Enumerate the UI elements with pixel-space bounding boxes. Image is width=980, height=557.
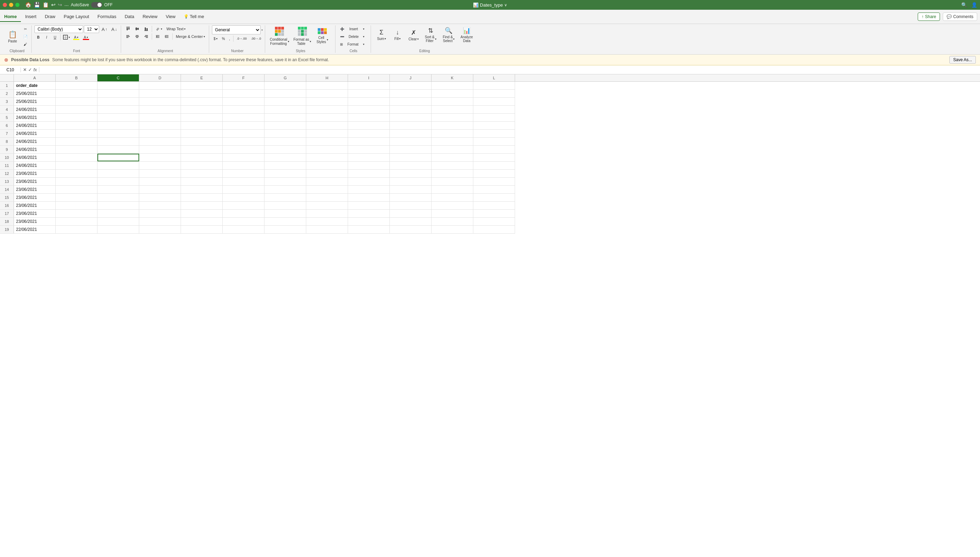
increase-font-button[interactable]: A↑ <box>100 26 109 33</box>
find-select-button[interactable]: 🔍 Find &Select ▾ <box>440 25 457 44</box>
cell-H8[interactable] <box>306 138 348 145</box>
cell-J12[interactable] <box>390 170 431 178</box>
traffic-lights[interactable] <box>3 3 20 7</box>
cell-K18[interactable] <box>431 218 473 225</box>
cell-E10[interactable] <box>181 154 223 161</box>
bold-button[interactable]: B <box>34 34 42 41</box>
fill-color-button[interactable]: A ▾ <box>72 34 81 41</box>
cell-L14[interactable] <box>473 186 515 193</box>
cell-K10[interactable] <box>431 154 473 161</box>
paste-button[interactable]: 📋 Paste <box>5 26 20 47</box>
cell-H16[interactable] <box>306 202 348 209</box>
cell-K1[interactable] <box>431 82 473 90</box>
cell-K11[interactable] <box>431 162 473 169</box>
cell-L15[interactable] <box>473 194 515 201</box>
cell-A14[interactable]: 23/06/2021 <box>14 186 56 193</box>
format-button[interactable]: ⊞ Format ▾ <box>338 41 366 48</box>
cell-B18[interactable] <box>56 218 98 225</box>
cell-F10[interactable] <box>223 154 265 161</box>
align-middle-button[interactable] <box>133 25 141 33</box>
cell-L8[interactable] <box>473 138 515 145</box>
cell-I2[interactable] <box>348 90 390 97</box>
delete-button[interactable]: ➖ Delete ▾ <box>338 33 366 40</box>
row-number-5[interactable]: 5 <box>0 114 14 121</box>
cell-K4[interactable] <box>431 106 473 113</box>
cell-D3[interactable] <box>139 98 181 105</box>
cell-E6[interactable] <box>181 122 223 129</box>
cell-A19[interactable]: 22/06/2021 <box>14 226 56 233</box>
cell-F17[interactable] <box>223 210 265 217</box>
cell-F4[interactable] <box>223 106 265 113</box>
row-number-7[interactable]: 7 <box>0 130 14 137</box>
cell-K19[interactable] <box>431 226 473 233</box>
cell-E1[interactable] <box>181 82 223 90</box>
cell-K6[interactable] <box>431 122 473 129</box>
cell-D8[interactable] <box>139 138 181 145</box>
col-header-e[interactable]: E <box>181 74 223 81</box>
cell-I3[interactable] <box>348 98 390 105</box>
cell-F13[interactable] <box>223 178 265 185</box>
number-format-select[interactable]: General <box>212 25 261 34</box>
row-number-2[interactable]: 2 <box>0 90 14 97</box>
cell-G8[interactable] <box>265 138 306 145</box>
cell-J10[interactable] <box>390 154 431 161</box>
cell-F8[interactable] <box>223 138 265 145</box>
conditional-formatting-button[interactable]: ConditionalFormatting ▾ <box>268 27 291 46</box>
font-size-select[interactable]: 12 <box>84 25 99 33</box>
cell-J2[interactable] <box>390 90 431 97</box>
cell-D14[interactable] <box>139 186 181 193</box>
cell-H19[interactable] <box>306 226 348 233</box>
cell-D19[interactable] <box>139 226 181 233</box>
cell-C13[interactable] <box>98 178 139 185</box>
row-number-10[interactable]: 10 <box>0 154 14 161</box>
cell-G9[interactable] <box>265 146 306 153</box>
row-number-11[interactable]: 11 <box>0 162 14 169</box>
comments-button[interactable]: 💬 Comments <box>943 13 977 21</box>
decrease-indent-button[interactable] <box>154 33 162 40</box>
cell-C4[interactable] <box>98 106 139 113</box>
cell-L5[interactable] <box>473 114 515 121</box>
cell-E17[interactable] <box>181 210 223 217</box>
row-number-6[interactable]: 6 <box>0 122 14 129</box>
col-header-b[interactable]: B <box>56 74 98 81</box>
cell-H5[interactable] <box>306 114 348 121</box>
col-header-c[interactable]: C <box>98 74 139 81</box>
autosave-toggle[interactable] <box>91 2 102 8</box>
cell-H12[interactable] <box>306 170 348 178</box>
cell-K2[interactable] <box>431 90 473 97</box>
cell-F5[interactable] <box>223 114 265 121</box>
align-top-button[interactable] <box>124 25 132 33</box>
cell-F9[interactable] <box>223 146 265 153</box>
cell-G1[interactable] <box>265 82 306 90</box>
close-button[interactable] <box>3 3 7 7</box>
cell-A16[interactable]: 23/06/2021 <box>14 202 56 209</box>
cell-H7[interactable] <box>306 130 348 137</box>
cell-K16[interactable] <box>431 202 473 209</box>
cell-K9[interactable] <box>431 146 473 153</box>
cell-C12[interactable] <box>98 170 139 178</box>
italic-button[interactable]: I <box>43 34 51 41</box>
cell-I11[interactable] <box>348 162 390 169</box>
cell-H14[interactable] <box>306 186 348 193</box>
cell-H17[interactable] <box>306 210 348 217</box>
cell-H3[interactable] <box>306 98 348 105</box>
cell-J17[interactable] <box>390 210 431 217</box>
col-header-i[interactable]: I <box>348 74 390 81</box>
cell-D15[interactable] <box>139 194 181 201</box>
cell-L17[interactable] <box>473 210 515 217</box>
cell-I14[interactable] <box>348 186 390 193</box>
cell-I10[interactable] <box>348 154 390 161</box>
row-number-4[interactable]: 4 <box>0 106 14 113</box>
align-right-button[interactable] <box>142 33 150 40</box>
row-number-3[interactable]: 3 <box>0 98 14 105</box>
cell-L19[interactable] <box>473 226 515 233</box>
cell-A12[interactable]: 23/06/2021 <box>14 170 56 178</box>
cell-D11[interactable] <box>139 162 181 169</box>
row-number-8[interactable]: 8 <box>0 138 14 145</box>
cell-D2[interactable] <box>139 90 181 97</box>
clear-button[interactable]: ✗ Clear ▾ <box>406 25 421 44</box>
search-icon[interactable]: 🔍 <box>961 2 967 8</box>
cell-A7[interactable]: 24/06/2021 <box>14 130 56 137</box>
cell-E4[interactable] <box>181 106 223 113</box>
cell-B4[interactable] <box>56 106 98 113</box>
